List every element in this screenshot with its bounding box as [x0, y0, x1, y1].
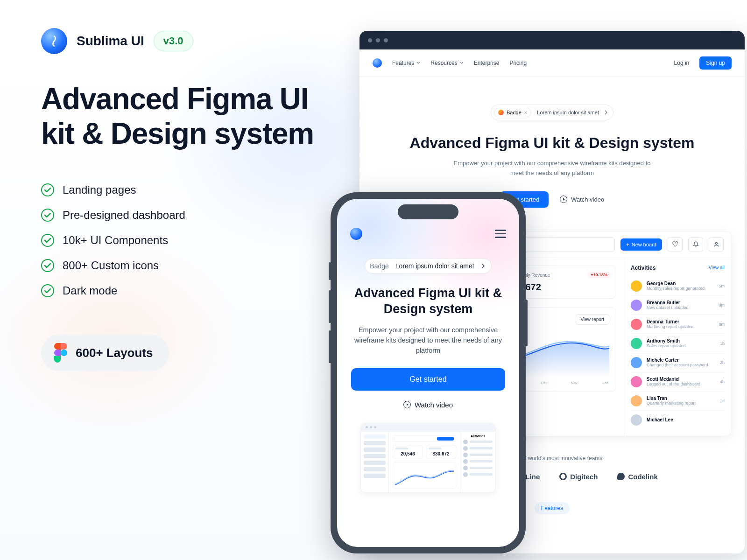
- activity-time: 4h: [720, 379, 725, 384]
- brand-icon: [559, 473, 567, 480]
- activities-panel: Activities View all George Dean Monthly …: [624, 258, 731, 436]
- avatar-icon: [631, 319, 642, 330]
- feature-text: 800+ Custom icons: [63, 259, 159, 272]
- activity-time: 8m: [719, 322, 725, 327]
- activity-item[interactable]: Michael Lee: [631, 411, 725, 429]
- feature-text: Landing pages: [63, 183, 136, 196]
- activity-desc: Monthly sales report generated: [647, 286, 714, 291]
- activity-time: 8m: [719, 303, 725, 308]
- activity-time: 1d: [720, 399, 725, 403]
- top-nav: Features Resources Enterprise Pricing Lo…: [359, 49, 745, 77]
- sublima-logo-icon: [41, 28, 67, 54]
- plus-icon: +: [626, 242, 629, 247]
- phone-badge-pill[interactable]: Badge Lorem ipsum dolor sit amet: [365, 259, 491, 273]
- window-titlebar: [359, 31, 745, 49]
- feature-item: Pre-designed dashboard: [41, 209, 331, 222]
- hero-subtitle: Empower your project with our comprehens…: [450, 159, 655, 178]
- chevron-down-icon: [460, 62, 464, 64]
- view-all-link[interactable]: View all: [709, 265, 725, 270]
- avatar-icon: [631, 376, 642, 387]
- activity-item[interactable]: Deanna Turner Marketing report updated 8…: [631, 315, 725, 334]
- profile-button[interactable]: [709, 237, 724, 252]
- phone-badge-label: Badge: [370, 262, 388, 270]
- avatar-icon: [631, 357, 642, 368]
- play-icon: [560, 196, 567, 203]
- activity-item[interactable]: George Dean Monthly sales report generat…: [631, 277, 725, 296]
- phone-badge-message: Lorem ipsum dolor sit amet: [395, 262, 474, 270]
- new-board-button[interactable]: +New board: [620, 238, 662, 251]
- feature-item: 10k+ UI Components: [41, 234, 331, 247]
- layouts-badge: 600+ Layouts: [41, 335, 169, 371]
- activity-desc: New dataset uploaded: [647, 305, 714, 310]
- phone-logo-icon: [350, 228, 362, 240]
- activities-title: Activities: [631, 265, 655, 271]
- phone-mini-chart: [393, 462, 456, 489]
- badge-message: Lorem ipsum dolor sit amet: [537, 110, 599, 115]
- feature-item: Landing pages: [41, 183, 331, 196]
- phone-kpi-value: $30,672: [429, 451, 453, 456]
- phone-watch-video-button[interactable]: Watch video: [351, 401, 505, 409]
- chevron-right-icon: [605, 110, 607, 115]
- feature-item: Dark mode: [41, 284, 331, 297]
- check-icon: [41, 183, 54, 196]
- avatar-icon: [631, 414, 642, 426]
- phone-get-started-button[interactable]: Get started: [351, 368, 505, 391]
- avatar-icon: [631, 395, 642, 406]
- nav-logo-icon: [373, 58, 382, 68]
- check-icon: [41, 284, 54, 297]
- play-icon: [403, 401, 411, 408]
- signup-button[interactable]: Sign up: [699, 56, 732, 70]
- activity-item[interactable]: Anthony Smith Sales report updated 1h: [631, 334, 725, 353]
- login-button[interactable]: Log in: [674, 60, 690, 66]
- activity-name: Anthony Smith: [647, 338, 715, 343]
- activity-desc: Logged out of the dashboard: [647, 382, 715, 386]
- menu-button[interactable]: [495, 230, 506, 238]
- nav-link-enterprise[interactable]: Enterprise: [474, 60, 500, 66]
- activity-time: 2h: [720, 360, 725, 365]
- version-badge: v3.0: [154, 31, 193, 51]
- close-icon: ×: [524, 110, 527, 115]
- brand-name: Sublima UI: [77, 34, 144, 49]
- phone-mini-sidebar: [361, 432, 389, 492]
- activity-name: Scott Mcdaniel: [647, 377, 715, 382]
- phone-hero-subtitle: Empower your project with our comprehens…: [351, 325, 505, 356]
- check-icon: [41, 209, 54, 222]
- avatar-icon: [498, 110, 504, 115]
- avatar-icon: [631, 300, 642, 311]
- activity-item[interactable]: Scott Mcdaniel Logged out of the dashboa…: [631, 372, 725, 392]
- activity-item[interactable]: Michele Carter Changed their account pas…: [631, 353, 725, 372]
- brand-digitech: Digitech: [559, 473, 598, 481]
- hero-badge-pill[interactable]: Badge × Lorem ipsum dolor sit amet: [491, 105, 613, 120]
- watch-video-button[interactable]: Watch video: [560, 196, 604, 203]
- figma-logo-icon: [54, 343, 67, 363]
- phone-mock: Badge Lorem ipsum dolor sit amet Advance…: [331, 192, 526, 553]
- avatar-icon: [631, 280, 642, 292]
- activity-name: Breanna Butler: [647, 300, 714, 305]
- feature-text: Pre-designed dashboard: [63, 209, 185, 222]
- left-panel: Sublima UI v3.0 Advanced Figma UI kit & …: [41, 28, 331, 371]
- phone-mini-activities: Activities: [460, 432, 495, 492]
- activity-name: Michele Carter: [647, 357, 715, 363]
- feature-text: 10k+ UI Components: [63, 234, 168, 247]
- main-heading: Advanced Figma UI kit & Design system: [41, 82, 331, 151]
- feature-list: Landing pages Pre-designed dashboard 10k…: [41, 183, 331, 297]
- badge-label: Badge: [507, 110, 521, 115]
- view-report-button[interactable]: View report: [576, 314, 609, 325]
- avatar-icon: [631, 338, 642, 349]
- nav-link-features[interactable]: Features: [392, 60, 420, 66]
- activity-item[interactable]: Lisa Tran Quarterly marketing report 1d: [631, 392, 725, 411]
- bell-icon: [693, 241, 699, 247]
- features-pill: Features: [535, 502, 570, 514]
- activity-desc: Sales report updated: [647, 343, 715, 348]
- user-icon: [713, 241, 719, 247]
- activity-time: 1h: [720, 341, 725, 346]
- feature-text: Dark mode: [63, 284, 117, 297]
- nav-link-pricing[interactable]: Pricing: [509, 60, 527, 66]
- favorite-button[interactable]: ♡: [668, 237, 683, 252]
- notifications-button[interactable]: [688, 237, 703, 252]
- activity-name: Lisa Tran: [647, 396, 715, 401]
- activity-desc: Marketing report updated: [647, 324, 714, 329]
- brand-row: Sublima UI v3.0: [41, 28, 331, 54]
- nav-link-resources[interactable]: Resources: [430, 60, 463, 66]
- activity-item[interactable]: Breanna Butler New dataset uploaded 8m: [631, 296, 725, 315]
